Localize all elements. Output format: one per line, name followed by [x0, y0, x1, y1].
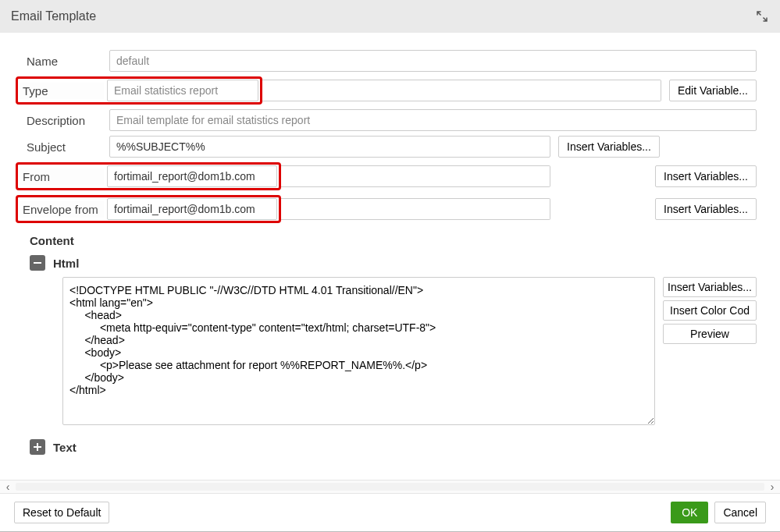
name-input[interactable] [109, 50, 757, 72]
insert-variables-from-button[interactable]: Insert Variables... [655, 165, 757, 187]
label-text: Text [53, 441, 77, 454]
dialog-body: Name Type Edit Variable... Description S… [0, 33, 780, 480]
field-row-type: Type Edit Variable... [16, 76, 757, 105]
html-toggle-row: Html [30, 255, 757, 271]
field-row-from: From Insert Variables... [16, 162, 757, 190]
insert-color-code-button[interactable]: Insert Color Cod [663, 300, 757, 321]
field-row-envelope-from: Envelope from Insert Variables... [16, 195, 757, 223]
horizontal-scrollbar[interactable]: ‹ › [0, 480, 780, 494]
section-content: Content [30, 234, 757, 247]
insert-variables-html-button[interactable]: Insert Variables... [663, 277, 757, 297]
text-toggle-row: Text [30, 439, 757, 455]
preview-button[interactable]: Preview [663, 324, 757, 344]
scroll-track[interactable] [16, 483, 764, 491]
cancel-button[interactable]: Cancel [714, 502, 766, 523]
label-envelope-from: Envelope from [20, 201, 104, 218]
html-editor-section: Insert Variables... Insert Color Cod Pre… [62, 277, 757, 425]
html-side-buttons: Insert Variables... Insert Color Cod Pre… [663, 277, 757, 425]
label-from: From [20, 168, 104, 185]
envelope-from-input[interactable] [107, 198, 277, 220]
field-row-description: Description [23, 109, 757, 131]
insert-variables-envelope-button[interactable]: Insert Variables... [655, 198, 757, 220]
field-row-name: Name [23, 50, 757, 72]
scroll-left-icon[interactable]: ‹ [0, 481, 16, 493]
collapse-icon[interactable] [30, 255, 45, 271]
from-input[interactable] [107, 165, 277, 187]
dialog-title: Email Template [11, 9, 755, 23]
fullscreen-icon[interactable] [755, 9, 769, 23]
label-subject: Subject [23, 137, 109, 157]
label-name: Name [23, 51, 109, 71]
expand-icon[interactable] [30, 439, 45, 455]
label-description: Description [23, 111, 109, 130]
field-row-subject: Subject Insert Variables... [23, 136, 757, 158]
html-content-textarea[interactable] [62, 277, 655, 425]
label-html: Html [53, 257, 79, 270]
insert-variables-subject-button[interactable]: Insert Variables... [558, 136, 660, 158]
label-type: Type [20, 83, 104, 99]
dialog-footer: Reset to Default OK Cancel [0, 494, 780, 531]
dialog-header: Email Template [0, 0, 780, 33]
ok-button[interactable]: OK [671, 502, 708, 523]
scroll-right-icon[interactable]: › [764, 481, 780, 493]
description-input[interactable] [109, 109, 757, 131]
reset-to-default-button[interactable]: Reset to Default [14, 502, 109, 523]
edit-variable-button[interactable]: Edit Variable... [669, 80, 757, 101]
subject-input[interactable] [109, 136, 550, 158]
type-input[interactable] [107, 80, 258, 101]
